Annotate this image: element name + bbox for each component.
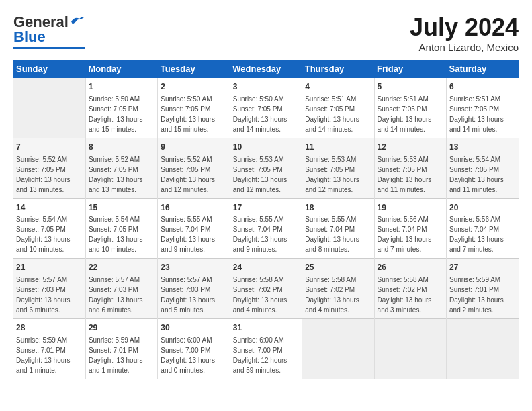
day-info: Sunrise: 5:57 AM Sunset: 7:03 PM Dayligh… — [161, 275, 226, 315]
logo-blue: Blue — [13, 28, 46, 46]
calendar-cell: 19Sunrise: 5:56 AM Sunset: 7:04 PM Dayli… — [374, 198, 446, 259]
calendar-week-row: 7Sunrise: 5:52 AM Sunset: 7:05 PM Daylig… — [13, 138, 519, 198]
day-info: Sunrise: 6:00 AM Sunset: 7:00 PM Dayligh… — [161, 335, 226, 375]
calendar-cell: 20Sunrise: 5:56 AM Sunset: 7:04 PM Dayli… — [447, 198, 519, 259]
day-number: 29 — [89, 322, 154, 334]
calendar-cell: 15Sunrise: 5:54 AM Sunset: 7:05 PM Dayli… — [85, 198, 157, 259]
day-info: Sunrise: 5:55 AM Sunset: 7:04 PM Dayligh… — [161, 214, 226, 255]
day-info: Sunrise: 5:50 AM Sunset: 7:05 PM Dayligh… — [161, 94, 226, 134]
calendar-cell: 31Sunrise: 6:00 AM Sunset: 7:00 PM Dayli… — [230, 319, 302, 379]
day-number: 12 — [378, 142, 443, 153]
day-number: 30 — [161, 322, 226, 334]
calendar-cell: 24Sunrise: 5:58 AM Sunset: 7:02 PM Dayli… — [230, 259, 302, 319]
day-number: 23 — [161, 262, 226, 273]
calendar-cell: 18Sunrise: 5:55 AM Sunset: 7:04 PM Dayli… — [302, 198, 374, 259]
day-info: Sunrise: 5:54 AM Sunset: 7:05 PM Dayligh… — [89, 214, 154, 255]
day-number: 1 — [89, 81, 154, 93]
day-number: 8 — [89, 142, 154, 153]
day-info: Sunrise: 5:57 AM Sunset: 7:03 PM Dayligh… — [16, 275, 83, 315]
calendar-cell — [447, 319, 519, 379]
day-number: 5 — [378, 81, 443, 93]
day-info: Sunrise: 5:56 AM Sunset: 7:04 PM Dayligh… — [378, 214, 443, 255]
day-info: Sunrise: 5:59 AM Sunset: 7:01 PM Dayligh… — [89, 335, 154, 375]
calendar-cell: 23Sunrise: 5:57 AM Sunset: 7:03 PM Dayli… — [158, 259, 230, 319]
day-number: 3 — [233, 81, 299, 93]
day-number: 7 — [16, 142, 83, 153]
day-number: 18 — [305, 202, 371, 214]
day-number: 6 — [449, 81, 516, 93]
col-sunday: Sunday — [13, 60, 85, 78]
calendar-cell: 12Sunrise: 5:53 AM Sunset: 7:05 PM Dayli… — [374, 138, 446, 198]
calendar-cell: 30Sunrise: 6:00 AM Sunset: 7:00 PM Dayli… — [158, 319, 230, 379]
logo: General Blue — [13, 13, 85, 49]
calendar-cell: 4Sunrise: 5:51 AM Sunset: 7:05 PM Daylig… — [302, 78, 374, 138]
day-number: 17 — [233, 202, 299, 214]
calendar-cell: 3Sunrise: 5:50 AM Sunset: 7:05 PM Daylig… — [230, 78, 302, 138]
calendar-table: Sunday Monday Tuesday Wednesday Thursday… — [13, 60, 519, 379]
col-wednesday: Wednesday — [230, 60, 302, 78]
day-number: 27 — [449, 262, 516, 273]
col-friday: Friday — [374, 60, 446, 78]
day-number: 25 — [305, 262, 371, 273]
day-info: Sunrise: 5:55 AM Sunset: 7:04 PM Dayligh… — [233, 214, 299, 255]
calendar-cell: 29Sunrise: 5:59 AM Sunset: 7:01 PM Dayli… — [85, 319, 157, 379]
calendar-week-row: 1Sunrise: 5:50 AM Sunset: 7:05 PM Daylig… — [13, 78, 519, 138]
calendar-cell: 7Sunrise: 5:52 AM Sunset: 7:05 PM Daylig… — [13, 138, 85, 198]
calendar-cell: 28Sunrise: 5:59 AM Sunset: 7:01 PM Dayli… — [13, 319, 85, 379]
col-saturday: Saturday — [447, 60, 519, 78]
calendar-cell: 25Sunrise: 5:58 AM Sunset: 7:02 PM Dayli… — [302, 259, 374, 319]
title-block: July 2024 Anton Lizardo, Mexico — [410, 13, 519, 53]
col-monday: Monday — [85, 60, 157, 78]
calendar-cell: 27Sunrise: 5:59 AM Sunset: 7:01 PM Dayli… — [447, 259, 519, 319]
calendar-cell: 6Sunrise: 5:51 AM Sunset: 7:05 PM Daylig… — [447, 78, 519, 138]
day-info: Sunrise: 5:57 AM Sunset: 7:03 PM Dayligh… — [89, 275, 154, 315]
day-info: Sunrise: 5:52 AM Sunset: 7:05 PM Dayligh… — [89, 154, 154, 195]
month-year-title: July 2024 — [410, 13, 519, 42]
calendar-cell: 22Sunrise: 5:57 AM Sunset: 7:03 PM Dayli… — [85, 259, 157, 319]
day-info: Sunrise: 5:54 AM Sunset: 7:05 PM Dayligh… — [449, 154, 516, 195]
page-header: General Blue July 2024 Anton Lizardo, Me… — [13, 13, 519, 53]
day-info: Sunrise: 5:54 AM Sunset: 7:05 PM Dayligh… — [16, 214, 83, 255]
calendar-week-row: 21Sunrise: 5:57 AM Sunset: 7:03 PM Dayli… — [13, 259, 519, 319]
calendar-cell: 11Sunrise: 5:53 AM Sunset: 7:05 PM Dayli… — [302, 138, 374, 198]
day-number: 9 — [161, 142, 226, 153]
day-number: 24 — [233, 262, 299, 273]
day-info: Sunrise: 5:59 AM Sunset: 7:01 PM Dayligh… — [449, 275, 516, 315]
calendar-cell: 5Sunrise: 5:51 AM Sunset: 7:05 PM Daylig… — [374, 78, 446, 138]
day-number: 28 — [16, 322, 83, 334]
logo-bird-icon — [70, 15, 85, 27]
calendar-cell: 21Sunrise: 5:57 AM Sunset: 7:03 PM Dayli… — [13, 259, 85, 319]
day-number: 31 — [233, 322, 299, 334]
day-number: 22 — [89, 262, 154, 273]
day-number: 21 — [16, 262, 83, 273]
day-info: Sunrise: 5:59 AM Sunset: 7:01 PM Dayligh… — [16, 335, 83, 375]
calendar-cell: 9Sunrise: 5:52 AM Sunset: 7:05 PM Daylig… — [158, 138, 230, 198]
day-number: 14 — [16, 202, 83, 214]
calendar-week-row: 14Sunrise: 5:54 AM Sunset: 7:05 PM Dayli… — [13, 198, 519, 259]
day-info: Sunrise: 5:50 AM Sunset: 7:05 PM Dayligh… — [89, 94, 154, 134]
day-info: Sunrise: 5:52 AM Sunset: 7:05 PM Dayligh… — [16, 154, 83, 195]
calendar-cell: 26Sunrise: 5:58 AM Sunset: 7:02 PM Dayli… — [374, 259, 446, 319]
day-info: Sunrise: 6:00 AM Sunset: 7:00 PM Dayligh… — [233, 335, 299, 375]
day-info: Sunrise: 5:55 AM Sunset: 7:04 PM Dayligh… — [305, 214, 371, 255]
calendar-cell: 1Sunrise: 5:50 AM Sunset: 7:05 PM Daylig… — [85, 78, 157, 138]
calendar-cell: 17Sunrise: 5:55 AM Sunset: 7:04 PM Dayli… — [230, 198, 302, 259]
day-number: 20 — [449, 202, 516, 214]
calendar-week-row: 28Sunrise: 5:59 AM Sunset: 7:01 PM Dayli… — [13, 319, 519, 379]
col-thursday: Thursday — [302, 60, 374, 78]
day-info: Sunrise: 5:53 AM Sunset: 7:05 PM Dayligh… — [378, 154, 443, 195]
day-info: Sunrise: 5:51 AM Sunset: 7:05 PM Dayligh… — [378, 94, 443, 134]
day-info: Sunrise: 5:50 AM Sunset: 7:05 PM Dayligh… — [233, 94, 299, 134]
calendar-cell: 16Sunrise: 5:55 AM Sunset: 7:04 PM Dayli… — [158, 198, 230, 259]
day-number: 2 — [161, 81, 226, 93]
calendar-cell: 10Sunrise: 5:53 AM Sunset: 7:05 PM Dayli… — [230, 138, 302, 198]
day-number: 26 — [378, 262, 443, 273]
location-subtitle: Anton Lizardo, Mexico — [410, 42, 519, 53]
day-number: 16 — [161, 202, 226, 214]
calendar-cell — [302, 319, 374, 379]
day-info: Sunrise: 5:58 AM Sunset: 7:02 PM Dayligh… — [233, 275, 299, 315]
calendar-cell — [13, 78, 85, 138]
day-number: 15 — [89, 202, 154, 214]
day-info: Sunrise: 5:53 AM Sunset: 7:05 PM Dayligh… — [233, 154, 299, 195]
col-tuesday: Tuesday — [158, 60, 230, 78]
